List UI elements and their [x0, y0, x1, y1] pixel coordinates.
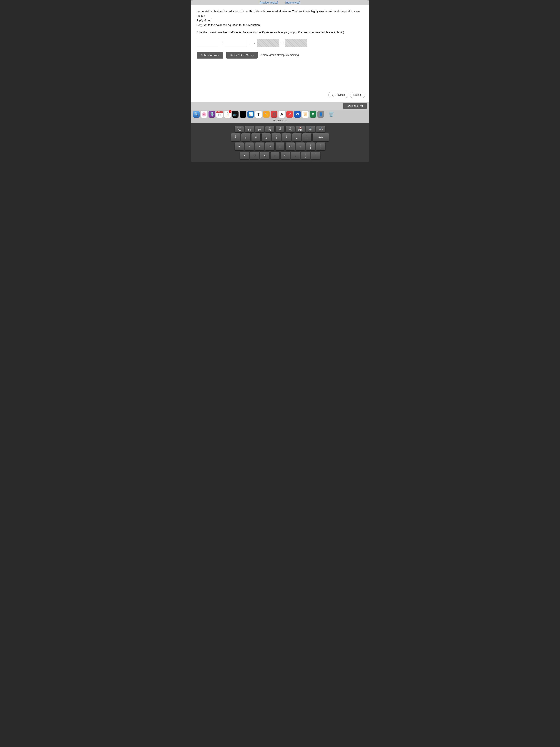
- key-k[interactable]: K: [281, 151, 290, 159]
- previous-button[interactable]: Previous: [328, 92, 348, 98]
- question-instruction: (Use the lowest possible coefficients. B…: [197, 30, 363, 35]
- dock-edit-icon[interactable]: ✏️: [263, 111, 270, 118]
- references-link[interactable]: [References]: [285, 1, 300, 4]
- dock-music-icon[interactable]: 🎵: [271, 111, 277, 118]
- key-u[interactable]: U: [265, 142, 274, 150]
- nav-buttons: Previous Next: [328, 92, 365, 98]
- key-bracket-close[interactable]: } ]: [316, 142, 325, 150]
- dock-appletv-icon[interactable]: 📺tv: [232, 111, 239, 118]
- next-button[interactable]: Next: [350, 92, 365, 98]
- key-o[interactable]: O: [286, 142, 295, 150]
- review-topics-link[interactable]: [Review Topics]: [260, 1, 278, 4]
- keyboard: ⊞⊞⊞ F4 ··· F5 ··· F6 ◀◀ F7 ▶‖ F8 ▶▶ F9 🔇…: [191, 123, 369, 162]
- key-equals[interactable]: + =: [302, 133, 312, 141]
- dock-word-icon[interactable]: W: [294, 111, 301, 118]
- dock-calendar-icon[interactable]: NOV 14: [216, 111, 223, 118]
- reactant-1-input[interactable]: [197, 39, 219, 47]
- content-area: Iron metal is obtained by reduction of i…: [191, 5, 369, 102]
- dock-user-icon[interactable]: 👤: [317, 111, 324, 118]
- key-i[interactable]: I: [275, 142, 285, 150]
- dock-stats-icon[interactable]: 📊: [247, 111, 254, 118]
- dock-script-icon[interactable]: 📜: [302, 111, 309, 118]
- key-minus[interactable]: — –: [292, 133, 301, 141]
- attempts-remaining-text: 8 more group attempts remaining: [261, 54, 299, 56]
- question-intro: Iron metal is obtained by reduction of i…: [197, 9, 363, 27]
- dock-menubar: 🔍 🌸 🎙️ NOV 14 📋4 📺tv 🎙 📊 T ✏️ 🎵 A P W 📜 …: [191, 110, 369, 119]
- number-key-row: $ 5 ^ 6 & 7 * 8 ( 9 ) 0 — – + =: [193, 133, 367, 141]
- key-r[interactable]: R: [235, 142, 244, 150]
- key-f5[interactable]: ··· F5: [245, 126, 254, 132]
- save-exit-bar: Save and Exit: [191, 102, 369, 110]
- key-5[interactable]: $ 5: [231, 133, 240, 141]
- button-row: Submit Answer Retry Entire Group 8 more …: [197, 52, 363, 58]
- calendar-month: NOV: [216, 111, 223, 113]
- dock-excel-icon[interactable]: X: [310, 111, 316, 118]
- product-1-shaded: [257, 39, 279, 47]
- reactant-2-input[interactable]: [225, 39, 247, 47]
- dock-photos-icon[interactable]: 🌸: [201, 111, 207, 118]
- key-8[interactable]: * 8: [262, 133, 271, 141]
- key-f9[interactable]: ▶▶ F9: [286, 126, 295, 132]
- key-delete[interactable]: dele: [313, 133, 329, 141]
- key-y[interactable]: Y: [255, 142, 264, 150]
- key-f6[interactable]: ··· F6: [255, 126, 264, 132]
- retry-entire-group-button[interactable]: Retry Entire Group: [226, 52, 258, 58]
- key-h[interactable]: H: [260, 151, 269, 159]
- product-2-shaded: [285, 39, 308, 47]
- equation-area: + ⟶ +: [197, 39, 363, 47]
- dock-type-icon[interactable]: T: [255, 111, 262, 118]
- key-f7[interactable]: ◀◀ F7: [265, 126, 274, 132]
- key-f4[interactable]: ⊞⊞⊞ F4: [235, 126, 244, 132]
- plus-operator-2: +: [281, 41, 283, 46]
- key-f[interactable]: F: [240, 151, 249, 159]
- asdf-key-row: F G H J K L : ; " ': [193, 151, 367, 159]
- key-f10[interactable]: 🔇 F10: [296, 126, 305, 132]
- plus-operator-1: +: [221, 41, 223, 46]
- key-0[interactable]: ) 0: [282, 133, 291, 141]
- dock-finder-icon[interactable]: 🔍: [193, 111, 199, 118]
- fn-key-row: ⊞⊞⊞ F4 ··· F5 ··· F6 ◀◀ F7 ▶‖ F8 ▶▶ F9 🔇…: [193, 126, 367, 132]
- key-quote[interactable]: " ': [311, 151, 320, 159]
- key-f11[interactable]: 🔉 F11: [306, 126, 315, 132]
- calendar-day: 14: [218, 113, 221, 117]
- submit-answer-button[interactable]: Submit Answer: [197, 52, 223, 58]
- key-l[interactable]: L: [291, 151, 300, 159]
- key-p[interactable]: P: [296, 142, 305, 150]
- dock-fontbook-icon[interactable]: A: [278, 111, 285, 118]
- dock-trash-icon[interactable]: 🗑️: [328, 111, 335, 118]
- screen: [Review Topics] [References] Iron metal …: [191, 0, 369, 110]
- dock-podcasts-icon[interactable]: 🎙️: [209, 111, 215, 118]
- key-j[interactable]: J: [270, 151, 279, 159]
- key-7[interactable]: & 7: [251, 133, 261, 141]
- key-g[interactable]: G: [250, 151, 259, 159]
- key-6[interactable]: ^ 6: [241, 133, 250, 141]
- reaction-arrow: ⟶: [249, 41, 255, 46]
- dock-reminders-icon[interactable]: 📋4: [224, 111, 231, 118]
- dock-p-icon[interactable]: P: [286, 111, 293, 118]
- macbook-label: MacBook Air: [191, 119, 369, 123]
- key-f8[interactable]: ▶‖ F8: [275, 126, 285, 132]
- dock-siri-icon[interactable]: 🎙: [240, 111, 246, 118]
- key-9[interactable]: ( 9: [272, 133, 281, 141]
- key-f12[interactable]: 🔊 F12: [316, 126, 325, 132]
- key-t[interactable]: T: [245, 142, 254, 150]
- qwerty-key-row: R T Y U I O P { [ } ]: [193, 142, 367, 150]
- key-semicolon[interactable]: : ;: [301, 151, 310, 159]
- key-bracket-open[interactable]: { [: [306, 142, 315, 150]
- save-and-exit-button[interactable]: Save and Exit: [343, 103, 367, 109]
- top-nav: [Review Topics] [References]: [191, 0, 369, 5]
